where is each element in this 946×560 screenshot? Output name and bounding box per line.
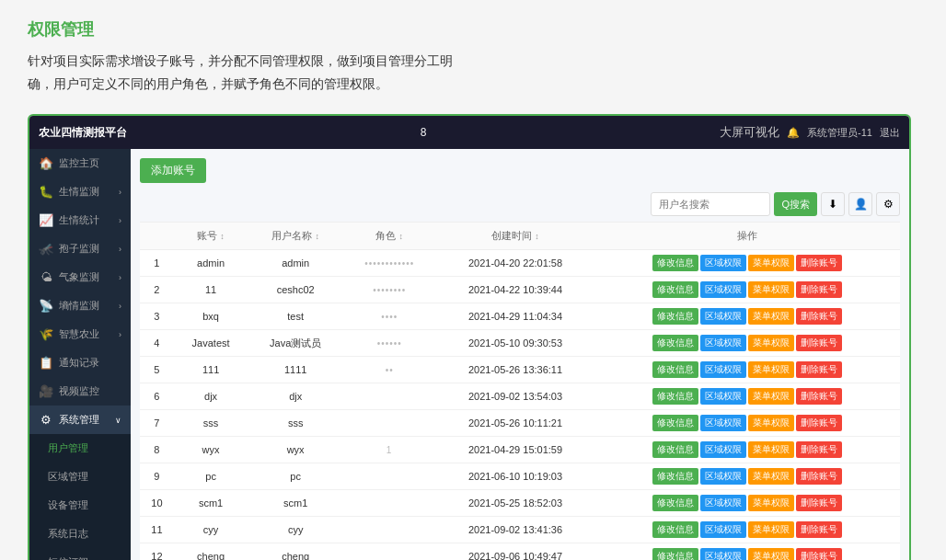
cell-role: •••••••• — [343, 277, 435, 303]
cell-created: 2021-09-02 13:54:03 — [435, 383, 594, 410]
sidebar-sub-region[interactable]: 区域管理 — [29, 463, 131, 491]
col-role[interactable]: 角色 ↕ — [343, 223, 435, 250]
region-permission-btn[interactable]: 区域权限 — [700, 521, 746, 538]
sidebar-item-system[interactable]: ⚙ 系统管理 ∨ — [29, 406, 131, 434]
table-row: 7 sss sss 2021-05-26 10:11:21 修改信息 区域权限 … — [140, 410, 900, 437]
search-input[interactable] — [651, 192, 770, 216]
delete-account-btn[interactable]: 删除账号 — [796, 255, 842, 271]
logout-button[interactable]: 退出 — [880, 126, 900, 140]
soil-icon: 📡 — [39, 299, 53, 313]
bell-icon[interactable]: 🔔 — [787, 127, 800, 139]
menu-permission-btn[interactable]: 菜单权限 — [748, 548, 794, 560]
cell-actions: 修改信息 区域权限 菜单权限 删除账号 — [595, 330, 900, 357]
sidebar-sub-sms[interactable]: 短信订阅 — [29, 548, 131, 560]
region-permission-btn[interactable]: 区域权限 — [700, 308, 746, 325]
menu-permission-btn[interactable]: 菜单权限 — [748, 335, 794, 351]
sidebar-sub-log[interactable]: 系统日志 — [29, 520, 131, 548]
region-permission-btn[interactable]: 区域权限 — [700, 441, 746, 458]
col-username[interactable]: 用户名称 ↕ — [248, 223, 343, 250]
arrow-icon7: ∨ — [115, 416, 121, 425]
modify-info-btn[interactable]: 修改信息 — [652, 281, 698, 298]
modify-info-btn[interactable]: 修改信息 — [652, 441, 698, 458]
add-account-button[interactable]: 添加账号 — [140, 158, 206, 183]
delete-account-btn[interactable]: 删除账号 — [796, 361, 842, 378]
menu-permission-btn[interactable]: 菜单权限 — [748, 361, 794, 378]
menu-permission-btn[interactable]: 菜单权限 — [748, 468, 794, 485]
sidebar-item-pest[interactable]: 🐛 生情监测 › — [29, 177, 131, 206]
region-permission-btn[interactable]: 区域权限 — [700, 255, 746, 271]
modify-info-btn[interactable]: 修改信息 — [652, 308, 698, 325]
menu-permission-btn[interactable]: 菜单权限 — [748, 388, 794, 405]
col-created[interactable]: 创建时间 ↕ — [435, 223, 594, 250]
region-permission-btn[interactable]: 区域权限 — [700, 415, 746, 431]
col-account[interactable]: 账号 ↕ — [174, 223, 248, 250]
modify-info-btn[interactable]: 修改信息 — [652, 521, 698, 538]
top-bar-center: 8 — [421, 126, 427, 139]
delete-account-btn[interactable]: 删除账号 — [796, 388, 842, 405]
region-permission-btn[interactable]: 区域权限 — [700, 335, 746, 351]
sidebar-item-soil[interactable]: 📡 墒情监测 › — [29, 291, 131, 320]
region-permission-btn[interactable]: 区域权限 — [700, 495, 746, 511]
region-permission-btn[interactable]: 区域权限 — [700, 281, 746, 298]
delete-account-btn[interactable]: 删除账号 — [796, 468, 842, 485]
cell-created: 2021-05-10 09:30:53 — [435, 330, 594, 357]
person-icon[interactable]: 👤 — [848, 192, 872, 216]
delete-account-btn[interactable]: 删除账号 — [796, 415, 842, 431]
search-button[interactable]: Q搜索 — [774, 192, 817, 216]
menu-permission-btn[interactable]: 菜单权限 — [748, 308, 794, 325]
cell-role — [343, 463, 435, 490]
delete-account-btn[interactable]: 删除账号 — [796, 335, 842, 351]
sidebar-item-weather[interactable]: 🌤 气象监测 › — [29, 263, 131, 291]
menu-permission-btn[interactable]: 菜单权限 — [748, 441, 794, 458]
delete-account-btn[interactable]: 删除账号 — [796, 521, 842, 538]
sidebar-item-home[interactable]: 🏠 监控主页 — [29, 149, 131, 177]
delete-account-btn[interactable]: 删除账号 — [796, 441, 842, 458]
export-icon[interactable]: ⬇ — [821, 192, 845, 216]
region-permission-btn[interactable]: 区域权限 — [700, 388, 746, 405]
cell-no: 10 — [140, 490, 174, 517]
modify-info-btn[interactable]: 修改信息 — [652, 548, 698, 560]
delete-account-btn[interactable]: 删除账号 — [796, 495, 842, 511]
delete-account-btn[interactable]: 删除账号 — [796, 281, 842, 298]
sidebar-label-video: 视频监控 — [59, 384, 99, 398]
modify-info-btn[interactable]: 修改信息 — [652, 335, 698, 351]
region-permission-btn[interactable]: 区域权限 — [700, 548, 746, 560]
menu-permission-btn[interactable]: 菜单权限 — [748, 521, 794, 538]
cell-account: 11 — [174, 277, 248, 303]
modify-info-btn[interactable]: 修改信息 — [652, 468, 698, 485]
sidebar-item-smart[interactable]: 🌾 智慧农业 › — [29, 320, 131, 349]
table-row: 4 Javatest Java测试员 •••••• 2021-05-10 09:… — [140, 330, 900, 357]
settings-icon[interactable]: ⚙ — [876, 192, 900, 216]
sidebar-item-notify[interactable]: 📋 通知记录 — [29, 349, 131, 377]
sidebar-sub-device[interactable]: 设备管理 — [29, 491, 131, 520]
sidebar-item-spore[interactable]: 🦟 孢子监测 › — [29, 234, 131, 263]
top-bar: 农业四情测报平台 8 大屏可视化 🔔 系统管理员-11 退出 — [29, 116, 909, 149]
sidebar-item-stat[interactable]: 📈 生情统计 › — [29, 206, 131, 234]
maximize-btn[interactable]: 大屏可视化 — [720, 124, 779, 141]
sidebar-sub-users[interactable]: 用户管理 — [29, 434, 131, 463]
menu-permission-btn[interactable]: 菜单权限 — [748, 255, 794, 271]
sidebar: 🏠 监控主页 🐛 生情监测 › 📈 生情统计 › 🦟 孢子监测 › 🌤 气象监测 — [29, 149, 131, 560]
sub-label-log: 系统日志 — [48, 527, 88, 541]
modify-info-btn[interactable]: 修改信息 — [652, 255, 698, 271]
modify-info-btn[interactable]: 修改信息 — [652, 415, 698, 431]
modify-info-btn[interactable]: 修改信息 — [652, 361, 698, 378]
modify-info-btn[interactable]: 修改信息 — [652, 495, 698, 511]
menu-permission-btn[interactable]: 菜单权限 — [748, 495, 794, 511]
cell-username: cheng — [248, 543, 343, 560]
menu-permission-btn[interactable]: 菜单权限 — [748, 281, 794, 298]
user-label: 系统管理员-11 — [807, 126, 872, 140]
app-container: 农业四情测报平台 8 大屏可视化 🔔 系统管理员-11 退出 🏠 监控主页 🐛 … — [28, 114, 911, 560]
arrow-icon2: › — [119, 216, 121, 225]
home-icon: 🏠 — [39, 156, 53, 170]
menu-permission-btn[interactable]: 菜单权限 — [748, 415, 794, 431]
cell-no: 2 — [140, 277, 174, 303]
region-permission-btn[interactable]: 区域权限 — [700, 361, 746, 378]
modify-info-btn[interactable]: 修改信息 — [652, 388, 698, 405]
sidebar-item-video[interactable]: 🎥 视频监控 — [29, 377, 131, 406]
delete-account-btn[interactable]: 删除账号 — [796, 548, 842, 560]
delete-account-btn[interactable]: 删除账号 — [796, 308, 842, 325]
cell-created: 2021-05-25 18:52:03 — [435, 490, 594, 517]
region-permission-btn[interactable]: 区域权限 — [700, 468, 746, 485]
arrow-icon6: › — [119, 330, 121, 339]
